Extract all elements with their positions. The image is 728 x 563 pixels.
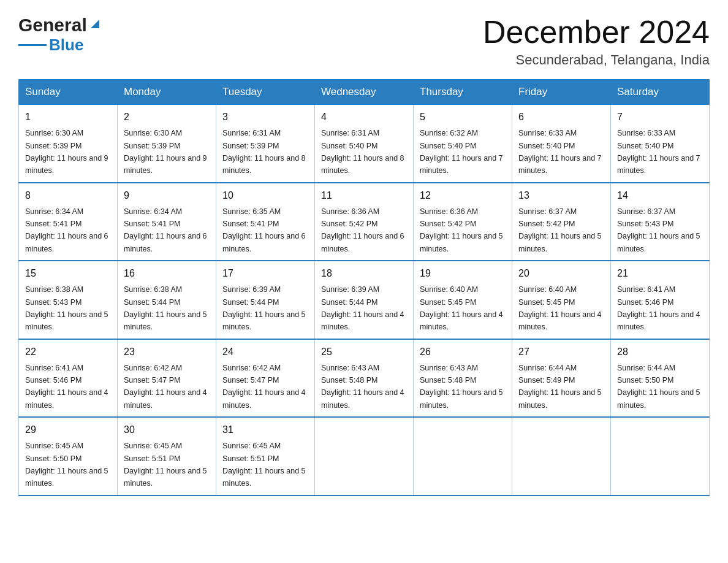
calendar-cell [315,417,414,496]
day-info: Sunrise: 6:44 AMSunset: 5:49 PMDaylight:… [518,364,602,410]
calendar-cell: 9Sunrise: 6:34 AMSunset: 5:41 PMDaylight… [118,183,216,261]
day-info: Sunrise: 6:40 AMSunset: 5:45 PMDaylight:… [518,285,602,331]
calendar-cell: 25Sunrise: 6:43 AMSunset: 5:48 PMDayligh… [315,339,414,418]
calendar-cell: 19Sunrise: 6:40 AMSunset: 5:45 PMDayligh… [414,261,512,339]
calendar-cell: 21Sunrise: 6:41 AMSunset: 5:46 PMDayligh… [611,261,710,339]
day-info: Sunrise: 6:36 AMSunset: 5:42 PMDaylight:… [420,207,503,253]
day-info: Sunrise: 6:34 AMSunset: 5:41 PMDaylight:… [124,207,207,253]
day-info: Sunrise: 6:41 AMSunset: 5:46 PMDaylight:… [25,364,108,410]
page-header: General Blue December 2024 Secunderabad,… [18,15,710,68]
day-number: 9 [124,188,210,203]
calendar-cell: 15Sunrise: 6:38 AMSunset: 5:43 PMDayligh… [19,261,118,339]
calendar-table: SundayMondayTuesdayWednesdayThursdayFrid… [18,79,710,496]
day-info: Sunrise: 6:42 AMSunset: 5:47 PMDaylight:… [124,364,207,410]
day-info: Sunrise: 6:35 AMSunset: 5:41 PMDaylight:… [222,207,306,253]
calendar-cell: 30Sunrise: 6:45 AMSunset: 5:51 PMDayligh… [118,417,216,496]
day-number: 1 [25,110,111,124]
day-info: Sunrise: 6:43 AMSunset: 5:48 PMDaylight:… [420,364,503,410]
day-info: Sunrise: 6:39 AMSunset: 5:44 PMDaylight:… [321,285,404,331]
day-info: Sunrise: 6:32 AMSunset: 5:40 PMDaylight:… [420,129,503,175]
day-header-sunday: Sunday [19,80,118,105]
day-info: Sunrise: 6:36 AMSunset: 5:42 PMDaylight:… [321,207,404,253]
day-number: 6 [518,110,604,124]
day-info: Sunrise: 6:30 AMSunset: 5:39 PMDaylight:… [25,129,108,175]
day-number: 10 [222,188,308,203]
day-number: 31 [222,423,308,437]
svg-marker-0 [91,20,99,28]
day-number: 15 [25,266,111,281]
calendar-cell: 2Sunrise: 6:30 AMSunset: 5:39 PMDaylight… [118,105,216,183]
calendar-cell: 18Sunrise: 6:39 AMSunset: 5:44 PMDayligh… [315,261,414,339]
day-number: 8 [25,188,111,203]
calendar-title: December 2024 [483,15,710,50]
day-number: 22 [25,345,111,359]
day-number: 19 [420,266,506,281]
calendar-cell [414,417,512,496]
day-number: 7 [617,110,703,124]
day-info: Sunrise: 6:37 AMSunset: 5:42 PMDaylight:… [518,207,602,253]
day-number: 30 [124,423,210,437]
day-number: 17 [222,266,308,281]
day-info: Sunrise: 6:31 AMSunset: 5:40 PMDaylight:… [321,129,404,175]
day-number: 12 [420,188,506,203]
day-header-monday: Monday [118,80,216,105]
day-header-tuesday: Tuesday [216,80,315,105]
day-info: Sunrise: 6:33 AMSunset: 5:40 PMDaylight:… [617,129,700,175]
day-number: 25 [321,345,407,359]
day-number: 21 [617,266,703,281]
day-info: Sunrise: 6:42 AMSunset: 5:47 PMDaylight:… [222,364,306,410]
day-info: Sunrise: 6:45 AMSunset: 5:51 PMDaylight:… [124,442,207,488]
day-header-thursday: Thursday [414,80,512,105]
day-number: 18 [321,266,407,281]
calendar-cell: 1Sunrise: 6:30 AMSunset: 5:39 PMDaylight… [19,105,118,183]
day-header-wednesday: Wednesday [315,80,414,105]
calendar-cell: 5Sunrise: 6:32 AMSunset: 5:40 PMDaylight… [414,105,512,183]
calendar-cell: 31Sunrise: 6:45 AMSunset: 5:51 PMDayligh… [216,417,315,496]
logo-blue-text: Blue [49,36,83,55]
calendar-cell: 22Sunrise: 6:41 AMSunset: 5:46 PMDayligh… [19,339,118,418]
day-info: Sunrise: 6:34 AMSunset: 5:41 PMDaylight:… [25,207,108,253]
day-info: Sunrise: 6:40 AMSunset: 5:45 PMDaylight:… [420,285,503,331]
calendar-cell: 8Sunrise: 6:34 AMSunset: 5:41 PMDaylight… [19,183,118,261]
logo-triangle-icon [88,17,102,31]
day-number: 5 [420,110,506,124]
day-number: 20 [518,266,604,281]
day-number: 14 [617,188,703,203]
calendar-cell: 28Sunrise: 6:44 AMSunset: 5:50 PMDayligh… [611,339,710,418]
title-area: December 2024 Secunderabad, Telangana, I… [483,15,710,68]
calendar-cell: 12Sunrise: 6:36 AMSunset: 5:42 PMDayligh… [414,183,512,261]
day-number: 3 [222,110,308,124]
day-info: Sunrise: 6:38 AMSunset: 5:43 PMDaylight:… [25,285,108,331]
calendar-cell: 10Sunrise: 6:35 AMSunset: 5:41 PMDayligh… [216,183,315,261]
calendar-cell: 23Sunrise: 6:42 AMSunset: 5:47 PMDayligh… [118,339,216,418]
day-number: 2 [124,110,210,124]
day-info: Sunrise: 6:33 AMSunset: 5:40 PMDaylight:… [518,129,602,175]
day-number: 23 [124,345,210,359]
day-info: Sunrise: 6:43 AMSunset: 5:48 PMDaylight:… [321,364,404,410]
calendar-cell: 16Sunrise: 6:38 AMSunset: 5:44 PMDayligh… [118,261,216,339]
calendar-cell: 7Sunrise: 6:33 AMSunset: 5:40 PMDaylight… [611,105,710,183]
logo-general-text: General [18,15,87,36]
day-header-saturday: Saturday [611,80,710,105]
calendar-subtitle: Secunderabad, Telangana, India [483,52,710,68]
day-number: 24 [222,345,308,359]
calendar-cell: 26Sunrise: 6:43 AMSunset: 5:48 PMDayligh… [414,339,512,418]
day-info: Sunrise: 6:30 AMSunset: 5:39 PMDaylight:… [124,129,207,175]
calendar-cell [611,417,710,496]
day-info: Sunrise: 6:44 AMSunset: 5:50 PMDaylight:… [617,364,700,410]
day-header-friday: Friday [512,80,611,105]
day-info: Sunrise: 6:37 AMSunset: 5:43 PMDaylight:… [617,207,700,253]
day-number: 4 [321,110,407,124]
calendar-cell: 29Sunrise: 6:45 AMSunset: 5:50 PMDayligh… [19,417,118,496]
day-info: Sunrise: 6:45 AMSunset: 5:50 PMDaylight:… [25,442,108,488]
day-number: 27 [518,345,604,359]
day-number: 28 [617,345,703,359]
day-number: 16 [124,266,210,281]
logo: General Blue [18,15,102,55]
day-info: Sunrise: 6:39 AMSunset: 5:44 PMDaylight:… [222,285,306,331]
day-info: Sunrise: 6:38 AMSunset: 5:44 PMDaylight:… [124,285,207,331]
day-info: Sunrise: 6:41 AMSunset: 5:46 PMDaylight:… [617,285,700,331]
calendar-cell: 6Sunrise: 6:33 AMSunset: 5:40 PMDaylight… [512,105,611,183]
calendar-cell: 13Sunrise: 6:37 AMSunset: 5:42 PMDayligh… [512,183,611,261]
calendar-cell: 11Sunrise: 6:36 AMSunset: 5:42 PMDayligh… [315,183,414,261]
